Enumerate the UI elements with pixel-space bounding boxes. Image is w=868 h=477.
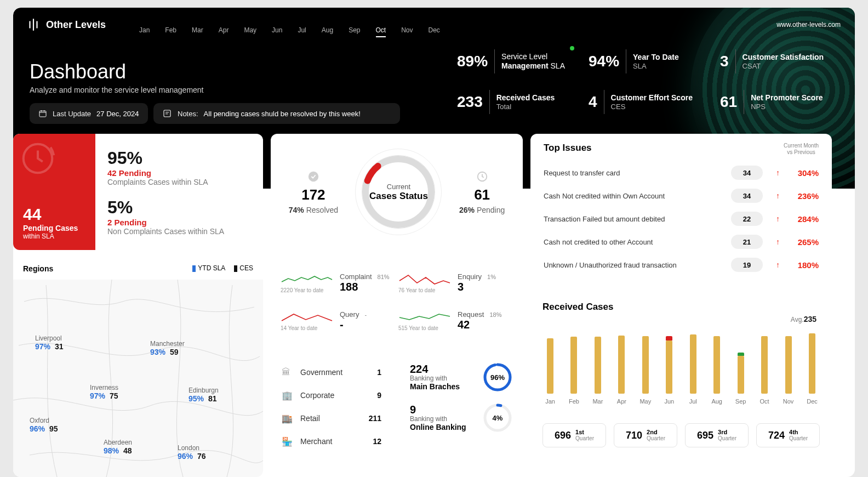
- card-regions: Regions YTD SLA CES: [13, 258, 263, 477]
- spark-request: 515 Year to date Request18%42: [398, 303, 513, 338]
- kpi-ces: 4 Customer Effort ScoreCES: [589, 90, 709, 114]
- kpi-csat: 3 Customer SatisfactionCSAT: [720, 49, 841, 73]
- month-tab-sep[interactable]: Sep: [349, 26, 360, 37]
- issue-row[interactable]: Unknown / Unauthorized fraud transaction…: [544, 253, 819, 276]
- map-background: [13, 280, 263, 477]
- spark-complaint: 2220 Year to date Complaint81%188: [281, 265, 395, 300]
- kpi-nps: 61 Net Promoter ScoreNPS: [720, 90, 841, 114]
- bar-jan[interactable]: Jan: [542, 338, 558, 405]
- non-complaints-sla: 5% 2 Pending Non Complaints Cases within…: [107, 197, 251, 236]
- page-subtitle: Analyze and monitor the service level ma…: [30, 86, 204, 94]
- issue-count: 34: [731, 166, 763, 180]
- card-cases-status: 172 74%Resolved Current Cases Status 61 …: [271, 134, 523, 250]
- city-inverness[interactable]: Inverness97%75: [90, 384, 118, 400]
- arrow-up-icon: ↑: [776, 191, 785, 200]
- bar-jul[interactable]: Jul: [686, 334, 701, 405]
- resolved-stat: 172 74%Resolved: [289, 170, 338, 214]
- complaints-sla: 95% 42 Pending Complaints Cases within S…: [107, 148, 251, 186]
- card-top-issues: Top Issues Current Monthvs Previous Requ…: [530, 134, 832, 285]
- bar-oct[interactable]: Oct: [757, 336, 772, 405]
- sector-icon: 🏬: [282, 413, 294, 424]
- month-tab-jun[interactable]: Jun: [272, 26, 282, 37]
- month-tab-dec[interactable]: Dec: [429, 26, 440, 37]
- notes-pill: Notes: All pending cases shuld be resolv…: [153, 103, 400, 124]
- sector-icon: 🏪: [282, 436, 294, 447]
- city-london[interactable]: London96%76: [178, 444, 206, 461]
- city-manchester[interactable]: Manchester93%59: [150, 340, 185, 356]
- svg-point-3: [309, 171, 318, 181]
- brand: Other Levels: [26, 18, 106, 32]
- kpi-ytd: 94% Year To DateSLA: [589, 49, 709, 73]
- bar-aug[interactable]: Aug: [709, 336, 724, 405]
- month-tab-nov[interactable]: Nov: [401, 26, 413, 37]
- quarter-box[interactable]: 7244thQuarter: [756, 423, 820, 447]
- issue-count: 34: [731, 189, 763, 203]
- month-tab-may[interactable]: May: [244, 26, 256, 37]
- sector-row: 🏢Corporate9: [282, 384, 381, 407]
- month-tab-apr[interactable]: Apr: [219, 26, 229, 37]
- bar-may[interactable]: May: [638, 336, 653, 405]
- card-category-sparklines: 2220 Year to date Complaint81%18876 Year…: [271, 258, 523, 345]
- sector-row: 🏛Government1: [282, 361, 381, 384]
- banking-online: 9 Banking with Online Banking 4%: [410, 402, 513, 433]
- kpi-sla-value: 89%: [457, 53, 488, 70]
- bar-nov[interactable]: Nov: [781, 336, 796, 405]
- issue-count: 22: [731, 212, 763, 226]
- top-issues-header-right: Current Monthvs Previous: [784, 143, 819, 156]
- quarter-box[interactable]: 6961stQuarter: [542, 423, 606, 447]
- svg-rect-1: [164, 110, 170, 117]
- issue-pct: 180%: [789, 260, 819, 270]
- check-circle-icon: [307, 170, 320, 183]
- issue-name: Cash not credited to other Account: [544, 238, 731, 246]
- city-edinburgn[interactable]: Edinburgn95%81: [189, 387, 219, 403]
- clock-outline-icon: [476, 170, 489, 183]
- bar-feb[interactable]: Feb: [566, 337, 581, 405]
- clock-icon: [19, 139, 57, 180]
- bar-sep[interactable]: Sep: [733, 353, 749, 405]
- last-update-label: Last Update: [53, 110, 91, 118]
- kpi-sla-label: Service Level: [501, 52, 565, 61]
- city-liverpool[interactable]: Liverpool97%31: [35, 334, 64, 351]
- received-cases-title: Received Cases: [542, 302, 820, 313]
- brand-title: Other Levels: [46, 19, 106, 31]
- month-tab-jul[interactable]: Jul: [298, 26, 306, 37]
- month-tab-feb[interactable]: Feb: [165, 26, 176, 37]
- bar-mar[interactable]: Mar: [590, 337, 606, 405]
- status-dot-icon: [570, 46, 574, 50]
- notes-label: Notes:: [178, 110, 198, 118]
- issue-row[interactable]: Request to transfer card 34 ↑ 304%: [544, 161, 819, 184]
- bar-dec[interactable]: Dec: [804, 333, 820, 405]
- svg-rect-0: [39, 111, 46, 117]
- bar-apr[interactable]: Apr: [614, 336, 629, 405]
- issue-row[interactable]: Cash not credited to other Account 21 ↑ …: [544, 230, 819, 253]
- month-selector: JanFebMarAprMayJunJulAugSepOctNovDec: [139, 26, 440, 37]
- kpi-sla: 89% Service Level Management SLA: [457, 49, 578, 73]
- site-link[interactable]: www.other-levels.com: [776, 21, 841, 29]
- issue-pct: 236%: [789, 191, 819, 201]
- pending-cases-red: 44 Pending Cases within SLA: [13, 134, 95, 250]
- month-tab-mar[interactable]: Mar: [192, 26, 203, 37]
- issue-row[interactable]: Transaction Failed but amount debited 22…: [544, 207, 819, 230]
- card-banking: 224 Banking with Main Braches 96% 9 Bank…: [400, 353, 523, 477]
- pending-stat: 61 26%Pending: [459, 170, 505, 214]
- month-tab-oct[interactable]: Oct: [376, 26, 386, 37]
- bar-jun[interactable]: Jun: [661, 336, 677, 405]
- month-tab-aug[interactable]: Aug: [322, 26, 333, 37]
- city-oxford[interactable]: Oxford96%95: [30, 417, 58, 433]
- arrow-up-icon: ↑: [776, 237, 785, 246]
- issue-row[interactable]: Cash Not credited within Own Account 34 …: [544, 184, 819, 207]
- month-tab-jan[interactable]: Jan: [139, 26, 150, 37]
- last-update-pill: Last Update 27 Dec, 2024: [30, 103, 148, 124]
- cases-status-donut: Current Cases Status: [352, 145, 445, 238]
- issue-name: Transaction Failed but amount debited: [544, 215, 731, 223]
- calendar-icon: [38, 109, 47, 118]
- city-aberdeen[interactable]: Aberdeen98%48: [104, 439, 132, 455]
- card-sectors: 🏛Government1🏢Corporate9🏬Retail211🏪Mercha…: [271, 353, 392, 477]
- kpi-nps-value: 61: [720, 93, 737, 111]
- kpi-grid: 89% Service Level Management SLA 94% Yea…: [457, 49, 841, 114]
- quarter-box[interactable]: 6953rdQuarter: [685, 423, 749, 447]
- quarter-box[interactable]: 7102ndQuarter: [614, 423, 677, 447]
- kpi-received-value: 233: [457, 93, 483, 111]
- pending-cases-label: Pending Cases: [23, 224, 85, 232]
- issue-name: Cash Not credited within Own Account: [544, 192, 731, 200]
